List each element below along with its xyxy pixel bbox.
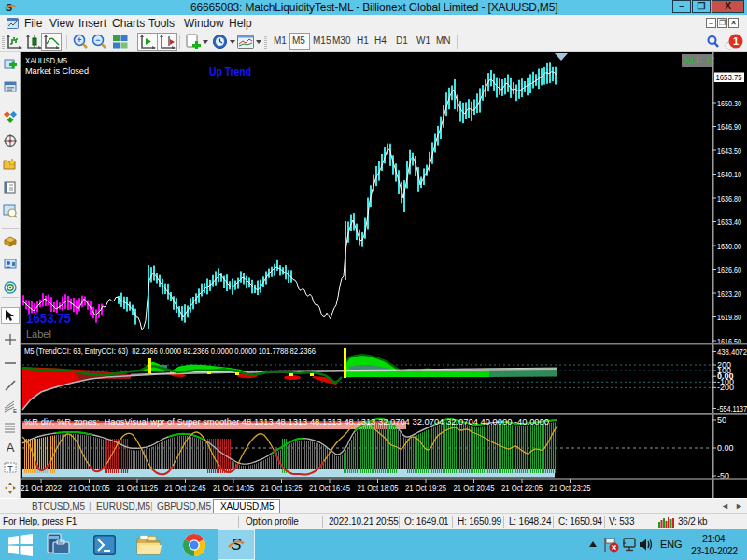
svg-text:1653.75: 1653.75	[26, 310, 71, 326]
svg-text:%R div: %R zones: HaosVisual: %R div: %R zones: HaosVisual wpr of Supe…	[24, 416, 549, 427]
svg-text:21 Oct 20:45: 21 Oct 20:45	[454, 483, 495, 493]
svg-text:+: +	[77, 35, 81, 45]
svg-text:XAUUSD,M5: XAUUSD,M5	[25, 55, 67, 65]
svg-text:21 Oct 11:25: 21 Oct 11:25	[117, 483, 158, 493]
svg-text:1636.80: 1636.80	[717, 193, 741, 203]
svg-text:Label: Label	[26, 329, 51, 340]
svg-text:1626.60: 1626.60	[717, 264, 741, 274]
svg-text:T: T	[7, 464, 13, 473]
svg-text:21 Oct 2022: 21 Oct 2022	[21, 483, 62, 493]
svg-text:M5 (TrendCCI: 63, EntryCCI: 63: M5 (TrendCCI: 63, EntryCCI: 63) 82.2366 …	[24, 345, 316, 356]
svg-text:21 Oct 19:25: 21 Oct 19:25	[405, 483, 446, 493]
svg-text:1640.10: 1640.10	[717, 169, 741, 179]
svg-text:21 Oct 16:45: 21 Oct 16:45	[309, 483, 350, 493]
svg-text:1653.75: 1653.75	[716, 72, 742, 82]
svg-text:XU+ C: XU+ C	[684, 55, 715, 66]
svg-text:1650.30: 1650.30	[717, 98, 741, 108]
svg-text:50: 50	[717, 415, 726, 425]
svg-text:21 Oct 22:05: 21 Oct 22:05	[501, 483, 543, 493]
svg-text:Market is Closed: Market is Closed	[25, 65, 89, 76]
svg-text:E: E	[13, 408, 17, 413]
svg-text:1619.80: 1619.80	[717, 312, 741, 322]
svg-text:21 Oct 15:25: 21 Oct 15:25	[261, 483, 303, 493]
svg-text:21 Oct 10:05: 21 Oct 10:05	[69, 483, 110, 493]
svg-text:1630.00: 1630.00	[717, 241, 741, 251]
svg-text:-200: -200	[717, 383, 734, 392]
svg-text:1633.40: 1633.40	[717, 217, 741, 227]
svg-text:−: −	[95, 35, 100, 45]
svg-text:21 Oct 12:45: 21 Oct 12:45	[165, 483, 206, 493]
svg-text:1623.20: 1623.20	[717, 288, 741, 299]
svg-text:1: 1	[733, 35, 739, 47]
svg-text:1643.50: 1643.50	[717, 146, 741, 156]
svg-text:0.00: 0.00	[717, 443, 734, 453]
svg-text:438.4072: 438.4072	[717, 347, 747, 357]
svg-text:Up Trend: Up Trend	[209, 65, 251, 78]
svg-text:-554.1137: -554.1137	[717, 404, 747, 413]
svg-text:A: A	[7, 441, 15, 455]
svg-text:21 Oct 18:05: 21 Oct 18:05	[358, 483, 399, 493]
svg-text:1646.90: 1646.90	[717, 121, 741, 132]
svg-text:21 Oct 23:25: 21 Oct 23:25	[550, 483, 591, 493]
svg-text:21 Oct 14:05: 21 Oct 14:05	[213, 483, 254, 493]
